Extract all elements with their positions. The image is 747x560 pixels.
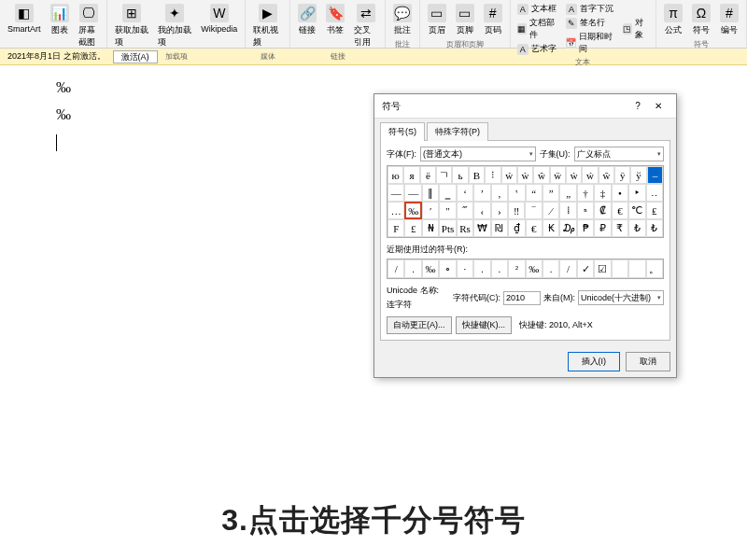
char-cell[interactable]: ₤ [646,202,663,219]
char-cell[interactable]: ‰ [404,202,421,219]
ribbon-页码[interactable]: #页码 [480,2,506,38]
char-cell[interactable]: ― [404,184,421,202]
ribbon-交叉引用[interactable]: ⇄交叉引用 [350,2,380,50]
char-cell[interactable]: ‗ [439,184,456,202]
ribbon-首字下沉[interactable]: A首字下沉 [563,2,617,16]
ribbon-签名行[interactable]: ✎签名行 [563,16,617,30]
char-cell[interactable]: Rs [457,219,473,237]
char-cell[interactable]: ‘ [457,184,473,202]
ribbon-公式[interactable]: π公式 [660,2,686,38]
char-cell[interactable]: – [647,166,663,184]
char-cell[interactable]: ⁿ [577,202,594,219]
ribbon-获取加载项[interactable]: ⊞获取加载项 [111,2,152,50]
char-cell[interactable]: ‴ [457,202,473,219]
char-cell[interactable]: £ [404,219,421,237]
char-cell[interactable]: Pts [439,219,456,237]
tab-special-chars[interactable]: 特殊字符(P) [427,122,488,141]
char-cell[interactable]: ÿ [614,166,630,184]
ribbon-我的加载项[interactable]: ✦我的加载项 [154,2,195,50]
char-cell[interactable]: € [526,219,543,237]
char-cell[interactable]: ℃ [628,202,645,219]
ribbon-对象[interactable]: ◳对象 [620,16,653,42]
ribbon-文本框[interactable]: A文本框 [514,2,561,16]
recent-char-cell[interactable]: ✓ [577,259,594,278]
char-cell[interactable]: › [491,202,508,219]
char-cell[interactable]: ₽ [594,219,611,237]
recent-char-cell[interactable]: 。 [646,259,663,278]
recent-char-cell[interactable]: . [473,259,490,278]
recent-char-cell[interactable]: ‰ [422,259,439,278]
recent-char-cell[interactable]: / [559,259,576,278]
recent-char-cell[interactable] [612,259,628,278]
char-cell[interactable]: ‣ [628,184,645,202]
char-cell[interactable]: ₭ [543,219,559,237]
help-button[interactable]: ? [627,97,648,116]
char-cell[interactable]: ㄱ [436,166,452,184]
ribbon-联机视频[interactable]: ▶联机视频 [249,2,286,50]
ribbon-图表[interactable]: 📊图表 [47,2,73,50]
ribbon-SmartArt[interactable]: ◧SmartArt [4,2,45,50]
char-cell[interactable]: ⁝ [485,166,500,184]
recent-char-cell[interactable]: · [457,259,473,278]
ribbon-屏幕截图[interactable]: 🖵屏幕截图 [75,2,104,50]
char-cell[interactable]: я [403,166,419,184]
char-cell[interactable]: ’ [473,184,490,202]
ribbon-Wikipedia[interactable]: WWikipedia [197,2,241,50]
char-cell[interactable]: ” [543,184,559,202]
char-cell[interactable]: ₺ [628,219,645,237]
ribbon-艺术字[interactable]: A艺术字 [514,42,561,56]
char-cell[interactable]: ё [420,166,436,184]
char-cell[interactable]: ẃ [582,166,598,184]
char-cell[interactable]: ⁄ [543,202,559,219]
char-cell[interactable]: ‛ [508,184,525,202]
char-cell[interactable]: ь [452,166,468,184]
subset-select[interactable]: 广义标点▾ [574,147,664,161]
char-cell[interactable]: ŵ [533,166,549,184]
char-cell[interactable]: ‡ [594,184,611,202]
char-cell[interactable]: ₯ [559,219,576,237]
char-cell[interactable]: ‹ [473,202,490,219]
activate-button[interactable]: 激活(A) [113,50,158,63]
recent-char-cell[interactable]: ∘ [439,259,456,278]
char-cell[interactable]: ₹ [612,219,628,237]
char-cell[interactable]: ‥ [646,184,663,202]
recent-char-cell[interactable] [628,259,645,278]
ribbon-书签[interactable]: 🔖书签 [322,2,348,50]
char-cell[interactable]: ‾ [525,202,542,219]
dialog-titlebar[interactable]: 符号 ? ✕ [374,94,676,119]
char-cell[interactable]: ю [388,166,403,184]
char-code-input[interactable] [503,291,541,305]
recent-char-cell[interactable]: . [404,259,421,278]
char-cell[interactable]: ŵ [599,166,614,184]
char-cell[interactable]: “ [526,184,543,202]
char-cell[interactable]: ′ [422,202,439,219]
ribbon-编号[interactable]: #编号 [716,2,742,38]
char-cell[interactable]: ₩ [473,219,490,237]
char-cell[interactable]: „ [559,184,576,202]
char-cell[interactable]: — [388,184,404,202]
char-cell[interactable]: F [388,219,404,237]
recent-char-cell[interactable]: ² [508,259,525,278]
recent-char-cell[interactable]: / [388,259,404,278]
autocorrect-button[interactable]: 自动更正(A)... [387,316,452,334]
font-select[interactable]: (普通文本)▾ [420,147,536,161]
char-cell[interactable]: € [612,202,628,219]
char-cell[interactable]: ẁ [566,166,582,184]
char-cell[interactable]: ₪ [491,219,508,237]
char-cell[interactable]: ẁ [517,166,533,184]
recent-char-cell[interactable]: ☑ [594,259,611,278]
recent-char-cell[interactable]: . [491,259,508,278]
char-cell[interactable]: ₡ [594,202,611,219]
char-cell[interactable]: ⁞ [559,202,576,219]
cancel-button[interactable]: 取消 [626,352,670,371]
char-cell[interactable]: ẅ [550,166,566,184]
char-cell[interactable]: ₫ [508,219,525,237]
from-select[interactable]: Unicode(十六进制)▾ [578,290,664,305]
char-cell[interactable]: В [469,166,485,184]
ribbon-页眉[interactable]: ▭页眉 [424,2,450,38]
char-cell[interactable]: • [612,184,628,202]
char-cell[interactable]: ‼ [508,202,525,219]
char-cell[interactable]: ẃ [501,166,517,184]
char-cell[interactable]: ў [630,166,646,184]
ribbon-页脚[interactable]: ▭页脚 [452,2,478,38]
